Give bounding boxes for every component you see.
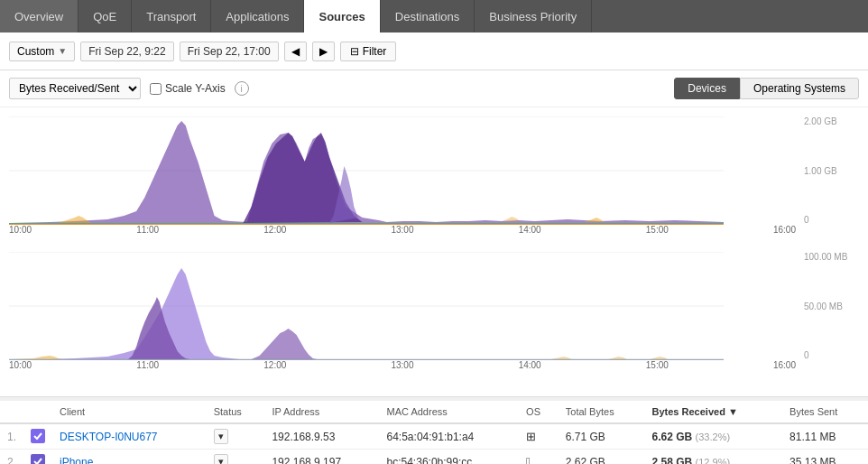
svg-marker-5 (9, 223, 724, 224)
row-checkbox-1[interactable] (23, 423, 52, 450)
devices-button[interactable]: Devices (674, 78, 740, 99)
apple-icon:  (526, 455, 531, 464)
total-bytes-1: 6.71 GB (559, 423, 645, 450)
windows-icon: ⊞ (526, 430, 536, 443)
bytes-received-1: 6.62 GB (33.2%) (645, 423, 783, 450)
client-name-1[interactable]: DESKTOP-I0NU677 (52, 423, 207, 450)
svg-marker-17 (9, 356, 62, 359)
table-row: 2. iPhone ▾ 192.168.9.197 bc:54:36:0b:99… (0, 450, 868, 465)
col-mac[interactable]: MAC Address (380, 401, 520, 423)
chart-controls: Bytes Received/Sent Scale Y-Axis i Devic… (0, 70, 868, 107)
col-checkbox (23, 401, 52, 423)
tab-transport[interactable]: Transport (132, 0, 211, 32)
status-cell-2: ▾ (207, 450, 265, 465)
total-bytes-2: 2.62 GB (559, 450, 645, 465)
received-chart: 2.00 GB 1.00 GB 0 Received 10:00 11:00 1… (9, 116, 868, 243)
svg-marker-9 (584, 218, 605, 222)
svg-marker-20 (650, 357, 668, 359)
mac-address-2: bc:54:36:0b:99:cc (380, 450, 520, 465)
svg-marker-10 (502, 217, 520, 221)
client-name-2[interactable]: iPhone (52, 450, 207, 465)
tab-qoe[interactable]: QoE (78, 0, 132, 32)
table-divider (0, 396, 868, 397)
status-dropdown-2[interactable]: ▾ (214, 454, 228, 464)
svg-marker-14 (9, 268, 724, 360)
tab-sources[interactable]: Sources (304, 0, 380, 32)
tab-overview[interactable]: Overview (0, 0, 78, 32)
chevron-down-icon: ▼ (58, 46, 67, 56)
svg-marker-3 (9, 121, 724, 225)
filter-icon: ⊟ (350, 45, 359, 58)
col-client[interactable]: Client (52, 401, 207, 423)
svg-marker-18 (551, 357, 572, 359)
status-cell-1: ▾ (207, 423, 265, 450)
received-chart-container: 2.00 GB 1.00 GB 0 Received (9, 116, 868, 225)
row-num-1: 1. (0, 423, 23, 450)
tab-destinations[interactable]: Destinations (381, 0, 476, 32)
col-num (0, 401, 23, 423)
date-to-input[interactable]: Fri Sep 22, 17:00 (180, 42, 279, 61)
charts-area: 2.00 GB 1.00 GB 0 Received 10:00 11:00 1… (0, 107, 868, 396)
col-bytes-sent[interactable]: Bytes Sent (782, 401, 868, 423)
ip-address-2: 192.168.9.197 (264, 450, 379, 465)
svg-marker-16 (252, 329, 318, 359)
mac-address-1: 64:5a:04:91:b1:a4 (380, 423, 520, 450)
os-icon-2:  (519, 450, 559, 465)
ip-address-1: 192.168.9.53 (264, 423, 379, 450)
received-chart-svg (9, 116, 724, 225)
table-row: 1. DESKTOP-I0NU677 ▾ 192.168.9.53 64:5a:… (0, 423, 868, 450)
custom-dropdown[interactable]: Custom ▼ (9, 42, 75, 61)
info-icon[interactable]: i (235, 81, 249, 96)
tab-applications[interactable]: Applications (211, 0, 304, 32)
sent-x-axis: 10:00 11:00 12:00 13:00 14:00 15:00 16:0… (9, 360, 796, 370)
sent-chart-svg (9, 252, 724, 360)
sent-chart-container: 100.00 MB 50.00 MB 0 Sent (9, 252, 868, 360)
sent-chart: 100.00 MB 50.00 MB 0 Sent 10:00 11:00 12… (9, 252, 868, 378)
svg-marker-19 (609, 357, 627, 359)
bytes-sent-2: 35.13 MB (782, 450, 868, 465)
status-dropdown-1[interactable]: ▾ (214, 429, 228, 444)
checkbox-icon-2 (31, 454, 45, 464)
row-checkbox-2[interactable] (23, 450, 52, 465)
date-from-input[interactable]: Fri Sep 22, 9:22 (80, 42, 173, 61)
os-icon-1: ⊞ (519, 423, 559, 450)
checkbox-icon-1 (31, 429, 45, 443)
metric-dropdown[interactable]: Bytes Received/Sent (9, 78, 141, 99)
received-y-axis: 2.00 GB 1.00 GB 0 (800, 116, 868, 225)
toolbar: Custom ▼ Fri Sep 22, 9:22 Fri Sep 22, 17… (0, 32, 868, 70)
col-total-bytes[interactable]: Total Bytes (559, 401, 645, 423)
tab-business-priority[interactable]: Business Priority (475, 0, 592, 32)
received-x-axis: 10:00 11:00 12:00 13:00 14:00 15:00 16:0… (9, 225, 796, 235)
data-table: Client Status IP Address MAC Address OS … (0, 401, 868, 464)
svg-marker-8 (59, 216, 91, 223)
table-header-row: Client Status IP Address MAC Address OS … (0, 401, 868, 423)
col-ip[interactable]: IP Address (264, 401, 379, 423)
svg-marker-4 (9, 224, 724, 225)
scale-y-checkbox[interactable] (150, 83, 162, 95)
bytes-received-2: 2.58 GB (12.9%) (645, 450, 783, 465)
col-os[interactable]: OS (519, 401, 559, 423)
filter-button[interactable]: ⊟ Filter (340, 42, 397, 61)
row-num-2: 2. (0, 450, 23, 465)
tab-bar: Overview QoE Transport Applications Sour… (0, 0, 868, 32)
bytes-sent-1: 81.11 MB (782, 423, 868, 450)
scale-y-container: Scale Y-Axis (150, 82, 226, 95)
next-button[interactable]: ▶ (312, 42, 335, 61)
os-button[interactable]: Operating Systems (740, 78, 859, 99)
col-status[interactable]: Status (207, 401, 265, 423)
col-bytes-received[interactable]: Bytes Received ▼ (645, 401, 783, 423)
view-toggle: Devices Operating Systems (674, 78, 859, 99)
prev-button[interactable]: ◀ (284, 42, 307, 61)
sent-y-axis: 100.00 MB 50.00 MB 0 (800, 252, 868, 360)
